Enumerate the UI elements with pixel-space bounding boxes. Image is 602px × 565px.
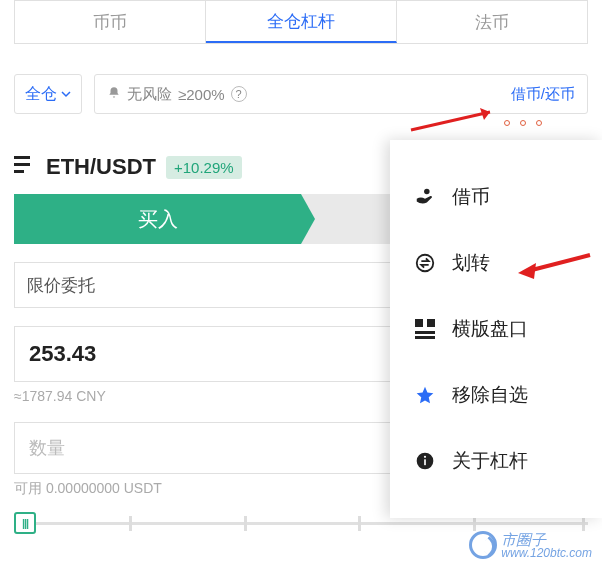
orderbook-icon bbox=[414, 318, 436, 340]
watermark-url: www.120btc.com bbox=[501, 547, 592, 559]
slider-tick bbox=[358, 516, 361, 531]
svg-rect-7 bbox=[415, 319, 423, 327]
menu-item-orderbook[interactable]: 横版盘口 bbox=[390, 296, 602, 362]
dot-icon bbox=[520, 120, 526, 126]
slider-tick bbox=[473, 516, 476, 531]
svg-rect-9 bbox=[415, 331, 435, 334]
hand-coin-icon bbox=[414, 186, 436, 208]
menu-item-label: 移除自选 bbox=[452, 382, 528, 408]
pair-selector-icon[interactable] bbox=[14, 154, 36, 180]
tab-spot[interactable]: 币币 bbox=[15, 1, 206, 43]
watermark-logo-icon bbox=[469, 531, 497, 559]
pair-change-badge: +10.29% bbox=[166, 156, 242, 179]
menu-item-label: 关于杠杆 bbox=[452, 448, 528, 474]
more-menu: 借币 划转 横版盘口 移除自选 关于杠杆 bbox=[390, 140, 602, 518]
star-icon bbox=[414, 384, 436, 406]
borrow-repay-button[interactable]: 借币/还币 bbox=[511, 85, 575, 104]
menu-item-label: 借币 bbox=[452, 184, 490, 210]
menu-item-transfer[interactable]: 划转 bbox=[390, 230, 602, 296]
svg-rect-3 bbox=[14, 163, 30, 166]
watermark-text: 市圈子 bbox=[501, 532, 592, 547]
help-icon[interactable]: ? bbox=[231, 86, 247, 102]
menu-item-label: 划转 bbox=[452, 250, 490, 276]
margin-mode-label: 全仓 bbox=[25, 84, 57, 105]
dot-icon bbox=[536, 120, 542, 126]
risk-box: 无风险 ≥200% ? 借币/还币 bbox=[94, 74, 588, 114]
transfer-icon bbox=[414, 252, 436, 274]
tab-margin[interactable]: 全仓杠杆 bbox=[206, 1, 397, 43]
dot-icon bbox=[504, 120, 510, 126]
slider-tick bbox=[244, 516, 247, 531]
top-tabs: 币币 全仓杠杆 法币 bbox=[14, 0, 588, 44]
risk-pct: ≥200% bbox=[178, 86, 225, 103]
svg-point-13 bbox=[424, 456, 426, 458]
menu-item-about[interactable]: 关于杠杆 bbox=[390, 428, 602, 494]
chevron-down-icon bbox=[61, 85, 71, 103]
svg-point-5 bbox=[424, 189, 430, 195]
svg-rect-12 bbox=[424, 459, 426, 465]
svg-rect-10 bbox=[415, 336, 435, 339]
risk-row: 全仓 无风险 ≥200% ? 借币/还币 bbox=[14, 68, 588, 120]
slider-tick bbox=[582, 516, 585, 531]
info-icon bbox=[414, 450, 436, 472]
risk-text: 无风险 bbox=[127, 85, 172, 104]
pair-symbol[interactable]: ETH/USDT bbox=[46, 154, 156, 180]
slider-track bbox=[14, 522, 588, 525]
menu-item-borrow[interactable]: 借币 bbox=[390, 164, 602, 230]
bell-icon bbox=[107, 86, 121, 103]
watermark: 市圈子 www.120btc.com bbox=[469, 531, 592, 559]
menu-item-remove-fav[interactable]: 移除自选 bbox=[390, 362, 602, 428]
menu-dots-button[interactable] bbox=[504, 120, 542, 126]
svg-rect-4 bbox=[14, 170, 24, 173]
amount-placeholder: 数量 bbox=[29, 436, 65, 460]
order-type-label: 限价委托 bbox=[27, 274, 95, 297]
slider-tick bbox=[129, 516, 132, 531]
menu-item-label: 横版盘口 bbox=[452, 316, 528, 342]
svg-rect-2 bbox=[14, 156, 30, 159]
svg-point-6 bbox=[417, 255, 434, 272]
margin-mode-dropdown[interactable]: 全仓 bbox=[14, 74, 82, 114]
buy-tab[interactable]: 买入 bbox=[14, 194, 301, 244]
slider-handle[interactable]: ||| bbox=[14, 512, 36, 534]
svg-rect-8 bbox=[427, 319, 435, 327]
tab-fiat[interactable]: 法币 bbox=[397, 1, 587, 43]
